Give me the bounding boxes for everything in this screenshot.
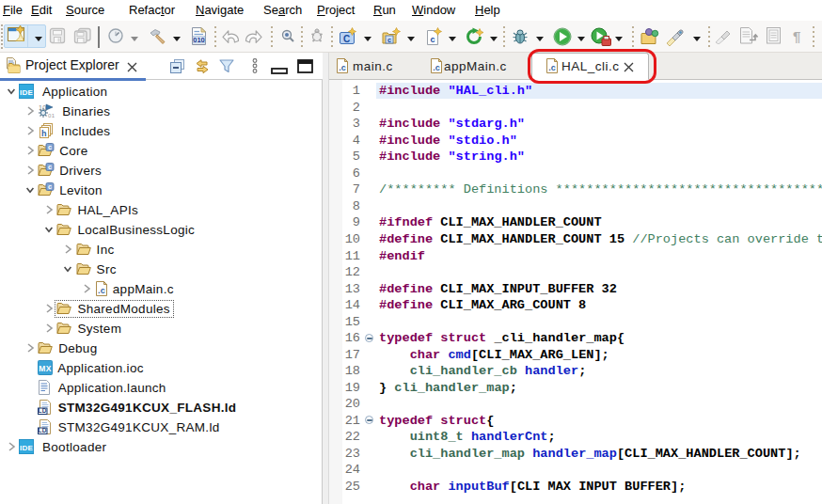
svg-text:c: c (48, 143, 52, 151)
svg-text:.c: .c (339, 63, 346, 72)
svg-text:c: c (48, 163, 52, 171)
svg-text:c: c (430, 35, 435, 44)
svg-text:IDE: IDE (20, 444, 34, 452)
svg-text:IDE: IDE (20, 88, 34, 97)
svg-text:LD: LD (39, 427, 47, 433)
svg-text:.c: .c (98, 286, 105, 295)
svg-text:MX: MX (40, 364, 52, 373)
svg-text:C: C (343, 34, 350, 44)
svg-text:c: c (48, 182, 52, 191)
svg-text:h: h (41, 129, 47, 138)
svg-text:01: 01 (48, 113, 55, 118)
svg-text:010: 010 (193, 36, 205, 44)
svg-text:.c: .c (433, 63, 440, 72)
svg-text:LD: LD (39, 407, 47, 414)
svg-text:c: c (387, 36, 391, 44)
